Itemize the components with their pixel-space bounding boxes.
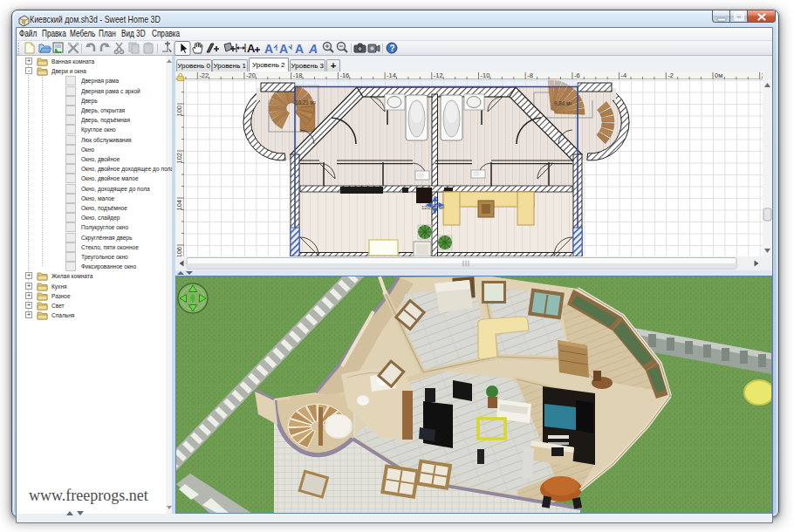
svg-text:-14: -14: [387, 72, 396, 79]
svg-text:?: ?: [389, 44, 394, 53]
svg-text:A: A: [279, 42, 288, 56]
svg-text:A: A: [308, 42, 318, 56]
svg-text:A: A: [295, 42, 304, 56]
svg-text:2: 2: [762, 72, 763, 79]
svg-text:A: A: [247, 42, 256, 55]
svg-text:104: 104: [175, 200, 183, 211]
svg-text:-10: -10: [481, 72, 490, 79]
svg-text:-22: -22: [199, 72, 209, 79]
svg-text:-6: -6: [574, 72, 580, 79]
svg-text:102: 102: [175, 153, 183, 164]
svg-text:-2: -2: [667, 72, 674, 79]
svg-text:-8: -8: [527, 72, 533, 79]
svg-text:-20: -20: [246, 72, 256, 79]
svg-text:100: 100: [175, 106, 183, 117]
svg-text:0м: 0м: [715, 72, 722, 79]
svg-text:-4: -4: [621, 72, 627, 79]
svg-text:9,84 м²: 9,84 м²: [554, 100, 572, 106]
svg-text:-16: -16: [339, 72, 349, 79]
svg-text:-12: -12: [434, 72, 443, 79]
svg-text:A: A: [264, 42, 273, 56]
svg-text:106: 106: [175, 247, 183, 256]
svg-text:-18: -18: [293, 72, 303, 79]
svg-text:10,21 м²: 10,21 м²: [295, 99, 316, 106]
